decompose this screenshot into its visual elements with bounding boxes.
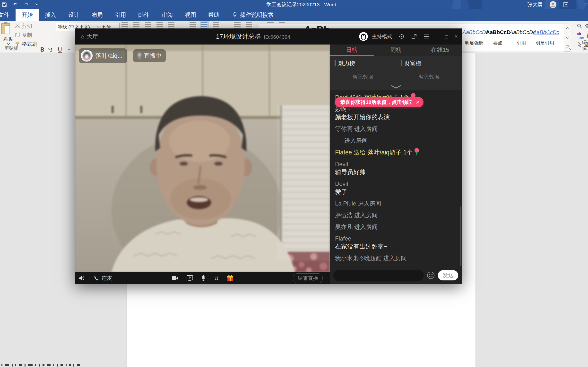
qq-titlebar[interactable]: ⌂ 大厅 17环境设计总群 ID:6604394 主持模式 – □ × [75,28,462,45]
phone-icon [94,276,99,281]
menu-icon[interactable] [423,34,429,39]
style-entry[interactable]: AaBbCcDc引用 [510,24,533,52]
underline-dropdown-icon[interactable] [68,49,70,51]
ribbon-tab-7[interactable]: 邮件 [132,9,156,21]
style-entry[interactable]: AaBbCcDc明显引用 [533,24,557,52]
shrink-font-icon[interactable] [133,22,139,28]
notification-close-icon[interactable]: × [416,99,420,105]
styles-scroll-up-icon[interactable] [564,24,571,33]
change-case-icon[interactable] [145,22,151,28]
multilevel-list-icon[interactable] [213,22,219,28]
italic-button[interactable]: I [50,47,52,53]
ribbon-tab-5[interactable]: 布局 [86,9,109,21]
chat-input[interactable] [333,270,424,281]
send-button[interactable]: 发送 [438,270,458,280]
ribbon-display-options-icon[interactable] [563,2,569,7]
join-message: 吴亦凡 进入房间 [335,223,452,231]
gift-amount: 1个 [402,149,413,156]
mic-link-button[interactable]: 连麦 [94,275,112,282]
tell-me-search[interactable]: 操作说明搜索 [232,9,274,21]
style-preview: AaBbCcDc [510,29,533,36]
lobby-button[interactable]: ⌂ 大厅 [81,33,98,40]
webcam-video[interactable]: 落叶/aiq... 直播中 [75,45,330,272]
host-avatar[interactable] [359,32,368,41]
ribbon-tab-3[interactable]: 插入 [39,9,62,21]
screen-share-icon[interactable] [187,275,193,281]
speaker-icon[interactable] [78,275,85,281]
phonetic-guide-icon[interactable] [156,22,163,28]
increase-indent-icon[interactable] [246,22,252,28]
qq-live-window: ⌂ 大厅 17环境设计总群 ID:6604394 主持模式 – □ × [75,28,462,284]
stream-toolbar: 连麦 ♫ [75,272,330,284]
styles-dialog-launcher-icon[interactable]: ↘ [568,46,571,51]
music-icon[interactable]: ♫ [214,274,219,282]
chat-message-list[interactable]: Devil 送给 落叶/aiq游子 1个妙啊~颜老板开始你的表演等你啊 进入房间… [330,90,462,267]
ribbon-tab-4[interactable]: 设计 [62,9,86,21]
emoji-icon[interactable] [427,271,435,279]
popout-icon[interactable] [411,34,417,39]
chat-text: 在家没有出过卧室~ [335,242,452,251]
style-entry[interactable]: AaBbCcD要点 [486,24,510,52]
settings-gear-icon[interactable] [398,33,405,40]
ribbon-tab-8[interactable]: 审阅 [156,9,179,21]
microphone-icon [138,53,141,59]
paste-button[interactable]: 粘贴 [0,22,17,45]
microphone-toolbar-icon[interactable] [201,275,206,281]
bold-button[interactable]: B [40,46,44,53]
copy-button[interactable]: 复制 [15,32,37,38]
bullets-icon[interactable] [190,22,196,28]
cursor-icon [577,42,582,47]
panel-tab-3[interactable]: 在线15 [418,45,462,56]
wealth-ranking: 财富榜 暂无数据 [396,56,462,90]
account-name[interactable]: 张大勇 [527,1,543,8]
streamer-name-pill[interactable]: 落叶/aiq... [79,48,127,63]
account-avatar[interactable] [550,1,556,8]
chat-message: Flafee在家没有出过卧室~ [335,234,452,251]
collapse-rankings-icon[interactable] [390,85,402,89]
camera-icon[interactable] [172,276,178,281]
chat-text: 辅导员好帅 [335,168,452,176]
maximize-button[interactable]: □ [585,0,588,9]
ribbon-tab-10[interactable]: 帮助 [202,9,225,21]
styles-scroll-down-icon[interactable] [564,33,571,42]
redo-icon[interactable] [24,2,29,7]
end-stream-button[interactable]: 结束直播 [293,273,323,283]
panel-tab-1[interactable]: 日榜 [330,45,374,56]
gift-action: 送给 [352,149,367,156]
chat-message: Devil辅导员好帅 [335,160,452,176]
gift-icon[interactable] [227,275,233,282]
qq-minimize-button[interactable]: – [435,34,439,39]
tell-me-label: 操作说明搜索 [240,11,274,19]
chat-scrollbar[interactable] [460,206,461,266]
customize-qat-icon[interactable] [35,3,38,6]
decrease-indent-icon[interactable] [234,22,241,28]
format-painter-button[interactable]: 格式刷 [15,41,37,47]
underline-button[interactable]: U [58,46,62,53]
qq-close-button[interactable]: × [454,34,458,39]
status-bar-fragments [1,364,80,367]
ribbon-tab-2[interactable]: 开始 [16,9,39,21]
minimize-button[interactable]: – [575,0,578,9]
ribbon-tab-6[interactable]: 引用 [109,9,132,21]
copy-label: 复制 [22,32,32,38]
host-mode-label[interactable]: 主持模式 [372,33,392,40]
paste-dropdown-icon[interactable] [7,43,10,45]
save-icon[interactable] [2,2,7,7]
find-button[interactable]: 查找 [577,23,588,29]
room-title: 17环境设计总群 [216,32,261,41]
join-message: 进入房间 [335,136,452,144]
cut-button[interactable]: 剪切 [15,23,37,29]
numbering-icon[interactable] [201,22,208,28]
ribbon-tab-bar: 文件开始插入设计布局引用邮件审阅视图帮助 操作说明搜索 [0,9,588,21]
undo-icon[interactable] [13,2,18,7]
qq-maximize-button[interactable]: □ [445,34,448,39]
character-border-icon[interactable] [168,22,174,28]
panel-tab-2[interactable]: 周榜 [374,45,418,56]
ribbon-tab-9[interactable]: 视图 [179,9,202,21]
style-entry[interactable]: AaBbCcDc明显强调 [462,24,486,52]
reward-notification[interactable]: 恭喜你获得10活跃值，点击领取 × [335,97,424,107]
word-titlebar: 学工会议记录20200213 - Word 张大勇 – □ [0,0,588,9]
grow-font-icon[interactable] [121,22,128,28]
search-icon [577,23,582,29]
ribbon-tab-1[interactable]: 文件 [0,9,16,21]
